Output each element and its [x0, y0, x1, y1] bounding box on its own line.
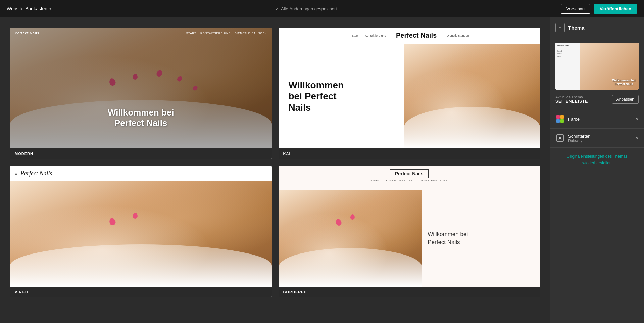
theme-card-kai[interactable]: – Start Kontaktiere uns Perfect Nails Di… — [279, 28, 540, 159]
kai-nav-start: – Start — [349, 34, 358, 37]
sidebar-title: Thema — [568, 25, 584, 31]
modern-nav-contact: KONTAKTIERE UNS — [200, 32, 231, 35]
theme-card-bordered[interactable]: Perfect Nails START KONTAKTIERE UNS DIEN… — [279, 166, 540, 297]
font-icon: A — [556, 134, 564, 142]
kai-logo: Perfect Nails — [396, 32, 437, 39]
current-theme-name: SEITENLEISTE — [555, 99, 588, 104]
modern-nav: START KONTAKTIERE UNS DIENSTLEISTUNGEN — [186, 32, 267, 35]
font-icon-container: A — [555, 133, 565, 143]
modern-label: MODERN — [10, 148, 272, 159]
current-theme-label: Aktuelles Thema — [555, 95, 588, 99]
thumb-inner: Perfect Nails Item 1 Item 2 Item 3 Willk… — [555, 43, 639, 90]
bordered-bg-image — [279, 190, 423, 287]
kai-label: KAI — [279, 148, 540, 159]
kai-header: – Start Kontaktiere uns Perfect Nails Di… — [279, 28, 540, 43]
app-name-section[interactable]: Website-Baukasten ▾ — [7, 6, 51, 11]
sidebar-header: ⌂ Thema — [550, 17, 644, 37]
publish-button[interactable]: Veröffentlichen — [594, 4, 637, 14]
modern-nav-start: START — [186, 32, 196, 35]
bordered-nav: START KONTAKTIERE UNS DIENSTLEISTUNGEN — [370, 179, 448, 182]
sidebar: ⌂ Thema Perfect Nails Item 1 Item 2 Item… — [550, 17, 644, 323]
themes-grid: Perfect Nails START KONTAKTIERE UNS DIEN… — [0, 17, 550, 323]
sidebar-divider — [550, 108, 644, 108]
sidebar-section-schriftarten[interactable]: A Schriftarten Raleway ∨ — [550, 129, 644, 148]
bordered-logo: Perfect Nails — [390, 169, 429, 178]
topbar-actions: Vorschau Veröffentlichen — [561, 4, 637, 14]
script-logo: Perfect Nails — [20, 170, 52, 177]
modern-logo: Perfect Nails — [15, 31, 39, 35]
preview-button[interactable]: Vorschau — [561, 4, 590, 14]
thumb-sidebar-left: Perfect Nails Item 1 Item 2 Item 3 — [555, 43, 580, 90]
kai-nav-left: – Start Kontaktiere uns — [349, 34, 386, 37]
bordered-hero-text: Willkommen beiPerfect Nails — [428, 230, 468, 246]
modern-header: Perfect Nails START KONTAKTIERE UNS DIEN… — [10, 28, 272, 38]
save-status-section: ✓ Alle Änderungen gespeichert — [51, 6, 561, 11]
topbar: Website-Baukasten ▾ ✓ Alle Änderungen ge… — [0, 0, 644, 17]
schriftarten-label: Schriftarten — [568, 134, 636, 139]
modern-hero-text: Willkommen beiPerfect Nails — [10, 107, 272, 128]
modern-nav-services: DIENSTLEISTUNGEN — [235, 32, 267, 35]
save-status-text: Alle Änderungen gespeichert — [281, 6, 337, 11]
farbe-chevron: ∨ — [636, 117, 639, 121]
kai-hero-text: Willkommenbei PerfectNails — [279, 73, 404, 120]
sidebar-section-farbe[interactable]: Farbe ∨ — [550, 109, 644, 129]
adjust-button[interactable]: Anpassen — [612, 95, 639, 104]
app-name-label: Website-Baukasten — [7, 6, 47, 11]
check-icon: ✓ — [275, 6, 279, 11]
bordered-nav-start: START — [370, 179, 380, 182]
theme-card-script[interactable]: ≡ Perfect Nails VIRGO — [10, 166, 272, 297]
schriftarten-sublabel: Raleway — [568, 139, 636, 143]
current-theme-info: Aktuelles Thema SEITENLEISTE Anpassen — [550, 95, 644, 108]
script-preview: ≡ Perfect Nails — [10, 166, 272, 287]
current-theme-thumbnail: Perfect Nails Item 1 Item 2 Item 3 Willk… — [555, 43, 639, 90]
restore-link-section[interactable]: Originaleinstellungen des Themas wiederh… — [550, 148, 644, 171]
restore-link[interactable]: Originaleinstellungen des Themas wiederh… — [566, 154, 627, 165]
thumb-logo-text: Perfect Nails — [557, 45, 578, 47]
farbe-label: Farbe — [568, 117, 636, 122]
script-bg-image — [10, 181, 272, 287]
schriftarten-text: Schriftarten Raleway — [568, 134, 636, 143]
home-icon[interactable]: ⌂ — [555, 23, 565, 32]
modern-preview: Perfect Nails START KONTAKTIERE UNS DIEN… — [10, 28, 272, 148]
kai-image — [404, 44, 540, 148]
theme-card-modern[interactable]: Perfect Nails START KONTAKTIERE UNS DIEN… — [10, 28, 272, 159]
bordered-nav-services: DIENSTLEISTUNGEN — [419, 179, 448, 182]
color-cell-2 — [560, 115, 564, 119]
color-cell-4 — [560, 119, 564, 123]
thumb-image-right: Willkommen beiPerfect Nails — [580, 43, 639, 90]
main-area: Perfect Nails START KONTAKTIERE UNS DIEN… — [0, 17, 644, 323]
script-label: VIRGO — [10, 287, 272, 297]
script-header: ≡ Perfect Nails — [10, 166, 272, 181]
bordered-preview: Perfect Nails START KONTAKTIERE UNS DIEN… — [279, 166, 540, 287]
kai-nav-right: Dienstleistungen — [447, 34, 469, 37]
hamburger-icon: ≡ — [15, 171, 17, 176]
kai-bg-image — [404, 44, 540, 148]
kai-content: Willkommenbei PerfectNails — [279, 44, 540, 148]
kai-preview: – Start Kontaktiere uns Perfect Nails Di… — [279, 28, 540, 148]
bordered-header: Perfect Nails START KONTAKTIERE UNS DIEN… — [279, 166, 540, 184]
bordered-label: BORDERED — [279, 287, 540, 297]
color-icon — [555, 114, 565, 124]
color-grid — [556, 115, 564, 123]
thumb-overlay-text: Willkommen beiPerfect Nails — [612, 79, 635, 86]
kai-nav-services: Dienstleistungen — [447, 34, 469, 37]
color-cell-1 — [556, 115, 560, 119]
color-cell-3 — [556, 119, 560, 123]
schriftarten-chevron: ∨ — [636, 136, 639, 140]
bordered-nav-contact: KONTAKTIERE UNS — [386, 179, 413, 182]
kai-nav-contact: Kontaktiere uns — [365, 34, 386, 37]
